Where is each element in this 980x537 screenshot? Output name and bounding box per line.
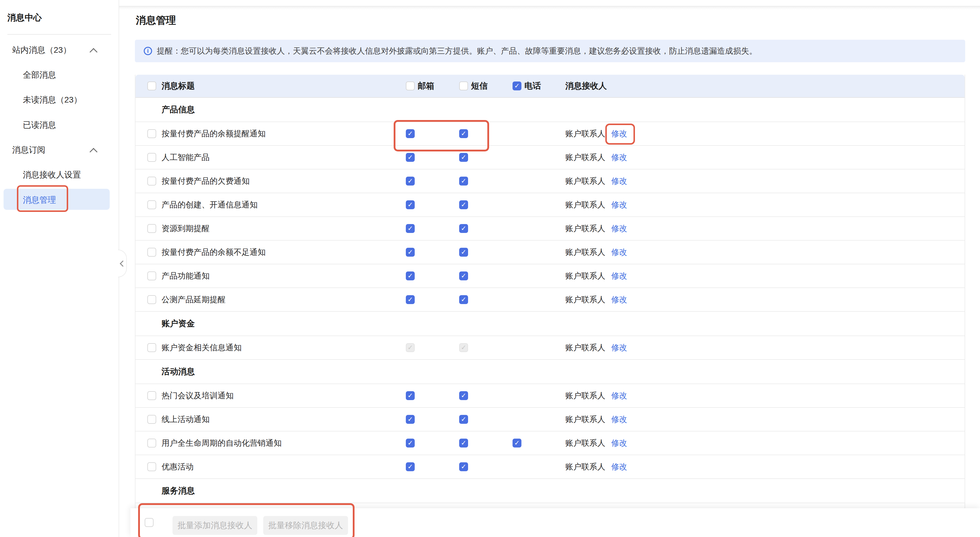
column-header-sms: 短信	[471, 80, 488, 92]
sms-checkbox[interactable]	[459, 129, 468, 138]
email-checkbox[interactable]	[406, 224, 415, 233]
sidebar-item-receiver-settings[interactable]: 消息接收人设置	[23, 167, 81, 183]
email-checkbox[interactable]	[406, 462, 415, 471]
sms-checkbox[interactable]	[459, 200, 468, 209]
receiver-label: 账户联系人	[565, 128, 605, 139]
sms-column-checkbox[interactable]	[459, 81, 468, 91]
modify-link[interactable]: 修改	[611, 342, 627, 353]
bottom-select-checkbox[interactable]	[145, 518, 154, 527]
chevron-up-icon[interactable]	[89, 48, 97, 56]
sidebar-collapse-handle[interactable]	[118, 249, 127, 277]
row-select-checkbox[interactable]	[147, 153, 156, 162]
sidebar-group-message-subscription[interactable]: 消息订阅	[12, 141, 45, 158]
row-title: 公测产品延期提醒	[162, 294, 226, 305]
receiver-label: 账户联系人	[565, 223, 605, 234]
sidebar-group-label: 站内消息（23）	[12, 44, 71, 56]
modify-link[interactable]: 修改	[611, 438, 627, 448]
email-checkbox[interactable]	[406, 129, 415, 138]
sidebar-divider	[7, 34, 111, 35]
receiver-label: 账户联系人	[565, 342, 605, 353]
row-select-checkbox[interactable]	[147, 176, 156, 186]
email-checkbox[interactable]	[406, 391, 415, 400]
sms-checkbox[interactable]	[459, 153, 468, 162]
modify-link[interactable]: 修改	[611, 152, 627, 163]
email-checkbox[interactable]	[406, 200, 415, 209]
row-select-checkbox[interactable]	[147, 200, 156, 209]
email-column-checkbox[interactable]	[406, 81, 415, 91]
row-title: 产品功能通知	[162, 270, 210, 281]
email-checkbox[interactable]	[406, 295, 415, 304]
row-select-checkbox[interactable]	[147, 248, 156, 257]
row-title: 按量付费产品的余额提醒通知	[162, 128, 266, 139]
modify-link[interactable]: 修改	[611, 223, 627, 234]
email-checkbox[interactable]	[406, 153, 415, 162]
sidebar-group-onsite-messages[interactable]: 站内消息（23）	[12, 42, 71, 59]
table-row: 账户资金相关信息通知 账户联系人 修改	[135, 336, 964, 360]
email-checkbox[interactable]	[406, 248, 415, 257]
row-select-checkbox[interactable]	[147, 462, 156, 471]
sms-checkbox[interactable]	[459, 272, 468, 280]
row-select-checkbox[interactable]	[147, 438, 156, 448]
sms-checkbox[interactable]	[459, 224, 468, 233]
modify-link[interactable]: 修改	[611, 270, 627, 281]
sms-checkbox[interactable]	[459, 415, 468, 424]
sidebar-item-read-messages[interactable]: 已读消息	[23, 117, 56, 133]
modify-link[interactable]: 修改	[611, 199, 627, 210]
row-select-checkbox[interactable]	[147, 272, 156, 280]
phone-checkbox[interactable]	[512, 438, 522, 448]
row-title: 按量付费产品的余额不足通知	[162, 247, 266, 257]
sms-checkbox[interactable]	[459, 438, 468, 448]
modify-link[interactable]: 修改	[611, 176, 627, 186]
table-row: 产品的创建、开通信息通知 账户联系人 修改	[135, 193, 964, 217]
table-row: 按量付费产品的余额提醒通知 账户联系人 修改	[135, 122, 964, 146]
row-select-checkbox[interactable]	[147, 224, 156, 233]
modify-link[interactable]: 修改	[611, 294, 627, 305]
email-checkbox[interactable]	[406, 176, 415, 186]
sms-checkbox[interactable]	[459, 462, 468, 471]
receiver-label: 账户联系人	[565, 270, 605, 281]
phone-column-checkbox[interactable]	[512, 81, 522, 91]
page-title: 消息管理	[136, 14, 176, 27]
modify-link[interactable]: 修改	[611, 461, 627, 472]
column-header-title: 消息标题	[162, 80, 195, 92]
row-select-checkbox[interactable]	[147, 415, 156, 424]
sidebar-title: 消息中心	[7, 12, 42, 24]
row-select-checkbox[interactable]	[147, 129, 156, 138]
section-row: 活动消息	[135, 360, 964, 384]
modify-link[interactable]: 修改	[611, 414, 627, 425]
modify-link[interactable]: 修改	[611, 390, 627, 401]
table-row: 用户全生命周期的自动化营销通知 账户联系人 修改	[135, 432, 964, 455]
table-row: 按量付费产品的欠费通知 账户联系人 修改	[135, 170, 964, 193]
sidebar-item-label: 已读消息	[23, 119, 56, 131]
sms-checkbox[interactable]	[459, 248, 468, 257]
row-select-checkbox[interactable]	[147, 391, 156, 400]
section-row: 产品信息	[135, 98, 964, 122]
row-select-checkbox[interactable]	[147, 343, 156, 352]
sidebar: 消息中心 站内消息（23） 全部消息 未读消息（23） 已读消息 消息订阅 消息…	[0, 0, 119, 537]
select-all-checkbox[interactable]	[147, 81, 156, 91]
sms-checkbox[interactable]	[459, 391, 468, 400]
chevron-left-icon	[119, 260, 126, 267]
sms-checkbox[interactable]	[459, 176, 468, 186]
row-title: 人工智能产品	[162, 152, 210, 163]
chevron-up-icon[interactable]	[89, 148, 97, 156]
email-checkbox[interactable]	[406, 272, 415, 280]
sidebar-item-all-messages[interactable]: 全部消息	[23, 67, 56, 83]
bulk-remove-receiver-button: 批量移除消息接收人	[263, 516, 348, 535]
sidebar-selected-highlight	[3, 189, 110, 210]
sidebar-item-message-management[interactable]: 消息管理	[23, 192, 56, 208]
sidebar-item-unread-messages[interactable]: 未读消息（23）	[23, 92, 82, 108]
bulk-add-receiver-button: 批量添加消息接收人	[172, 516, 257, 535]
sms-checkbox	[459, 343, 468, 352]
email-checkbox[interactable]	[406, 438, 415, 448]
receiver-label: 账户联系人	[565, 152, 605, 163]
email-checkbox[interactable]	[406, 415, 415, 424]
sms-checkbox[interactable]	[459, 295, 468, 304]
modify-link[interactable]: 修改	[611, 128, 627, 139]
row-select-checkbox[interactable]	[147, 295, 156, 304]
column-header-receiver: 消息接收人	[565, 80, 607, 92]
section-row: 服务消息	[135, 479, 964, 503]
table-row: 产品功能通知 账户联系人 修改	[135, 264, 964, 288]
modify-link[interactable]: 修改	[611, 247, 627, 257]
sidebar-item-label: 消息管理	[23, 194, 56, 206]
